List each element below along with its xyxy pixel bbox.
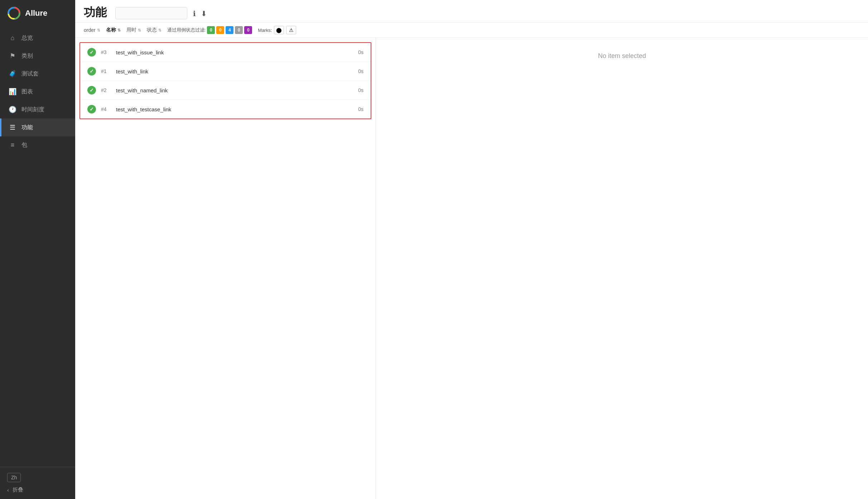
test-name: test_with_link xyxy=(116,68,353,74)
topbar-icons: ℹ ⬇ xyxy=(193,9,207,18)
sort-icon-status: ⇅ xyxy=(158,28,161,33)
sidebar-item-graphs[interactable]: 📊 图表 xyxy=(0,83,75,101)
sort-icon-duration: ⇅ xyxy=(138,28,141,33)
sidebar-item-features[interactable]: ☰ 功能 xyxy=(0,118,75,136)
download-icon[interactable]: ⬇ xyxy=(201,9,207,18)
filters-row: order ⇅ 名称 ⇅ 用时 ⇅ 状态 ⇅ 通过用例状态过滤: 0 0 4 0… xyxy=(75,23,868,38)
status-passed-icon xyxy=(87,48,96,57)
mark-warning-button[interactable]: ⚠ xyxy=(286,26,296,34)
test-duration: 0s xyxy=(358,68,363,74)
home-icon: ⌂ xyxy=(9,34,16,42)
sidebar-item-overview[interactable]: ⌂ 总览 xyxy=(0,29,75,47)
test-item[interactable]: #3 test_with_issue_link 0s xyxy=(80,43,371,62)
status-passed-icon xyxy=(87,86,96,95)
sidebar-item-label: 总览 xyxy=(21,34,33,42)
sidebar-item-label: 类别 xyxy=(21,52,33,60)
test-name: test_with_named_link xyxy=(116,87,353,93)
col-header-order[interactable]: order ⇅ xyxy=(84,26,100,34)
col-order-label: order xyxy=(84,27,96,33)
no-item-selected: No item selected xyxy=(598,52,646,60)
col-header-status[interactable]: 状态 ⇅ xyxy=(147,25,161,35)
test-duration: 0s xyxy=(358,106,363,112)
status-passed-icon xyxy=(87,67,96,76)
col-name-label: 名称 xyxy=(106,27,116,33)
badge-broken[interactable]: 4 xyxy=(226,26,233,34)
search-bar xyxy=(115,7,187,19)
sidebar-item-label: 时间刻度 xyxy=(21,106,44,113)
badge-unknown[interactable]: 0 xyxy=(244,26,252,34)
sidebar-item-label: 测试套 xyxy=(21,70,39,78)
sidebar-item-packages[interactable]: ≡ 包 xyxy=(0,136,75,154)
test-order: #4 xyxy=(101,106,111,112)
status-filter: 通过用例状态过滤: 0 0 4 0 0 xyxy=(167,26,252,34)
test-list: #3 test_with_issue_link 0s #1 test_with_… xyxy=(79,42,371,119)
badge-skipped[interactable]: 0 xyxy=(235,26,243,34)
sort-icon-name: ⇅ xyxy=(117,28,121,33)
badge-failed[interactable]: 0 xyxy=(216,26,224,34)
list-icon: ☰ xyxy=(9,123,16,131)
language-button[interactable]: Zh xyxy=(7,473,21,482)
test-duration: 0s xyxy=(358,87,363,93)
sidebar-bottom: Zh ‹ 折叠 xyxy=(0,467,75,499)
sidebar-item-label: 包 xyxy=(21,141,27,149)
chart-icon: 📊 xyxy=(9,88,16,96)
info-icon[interactable]: ℹ xyxy=(193,9,196,18)
col-status-label: 状态 xyxy=(147,27,157,33)
test-item[interactable]: #4 test_with_testcase_link 0s xyxy=(80,100,371,118)
test-name: test_with_issue_link xyxy=(116,49,353,55)
status-filter-label: 通过用例状态过滤: xyxy=(167,27,206,33)
sidebar-nav: ⌂ 总览 ⚑ 类别 🧳 测试套 📊 图表 🕐 时间刻度 ☰ 功能 ≡ 包 xyxy=(0,26,75,467)
search-input[interactable] xyxy=(115,7,187,19)
test-order: #3 xyxy=(101,49,111,55)
detail-pane: No item selected xyxy=(376,38,868,499)
topbar: 功能 ℹ ⬇ xyxy=(75,0,868,23)
col-header-duration[interactable]: 用时 ⇅ xyxy=(126,25,141,35)
collapse-label: 折叠 xyxy=(13,486,23,493)
test-order: #1 xyxy=(101,68,111,74)
test-list-pane: #3 test_with_issue_link 0s #1 test_with_… xyxy=(75,38,376,499)
sidebar-logo: Allure xyxy=(0,0,75,26)
app-name: Allure xyxy=(25,9,47,18)
sidebar-item-testsuites[interactable]: 🧳 测试套 xyxy=(0,65,75,83)
page-title: 功能 xyxy=(84,6,107,19)
test-name: test_with_testcase_link xyxy=(116,106,353,112)
test-item[interactable]: #2 test_with_named_link 0s xyxy=(80,81,371,100)
topbar-top-row: 功能 ℹ ⬇ xyxy=(84,6,207,22)
test-duration: 0s xyxy=(358,49,363,55)
col-header-name[interactable]: 名称 ⇅ xyxy=(106,25,121,35)
sidebar-item-categories[interactable]: ⚑ 类别 xyxy=(0,47,75,65)
col-duration-label: 用时 xyxy=(126,27,136,33)
marks-label: Marks: xyxy=(258,28,272,33)
allure-logo-icon xyxy=(7,6,21,20)
sort-icon-order: ⇅ xyxy=(97,28,100,33)
flag-icon: ⚑ xyxy=(9,52,16,60)
badge-passed[interactable]: 0 xyxy=(207,26,215,34)
test-order: #2 xyxy=(101,87,111,93)
sidebar-item-timeline[interactable]: 🕐 时间刻度 xyxy=(0,101,75,118)
sidebar-item-label: 图表 xyxy=(21,88,33,96)
chevron-left-icon: ‹ xyxy=(7,487,9,493)
mark-flaky-button[interactable]: ⬤ xyxy=(274,26,284,34)
status-passed-icon xyxy=(87,105,96,113)
main-content: 功能 ℹ ⬇ order ⇅ 名称 ⇅ 用时 ⇅ 状态 xyxy=(75,0,868,499)
sidebar-item-label: 功能 xyxy=(21,124,33,131)
collapse-button[interactable]: ‹ 折叠 xyxy=(7,486,68,493)
test-item[interactable]: #1 test_with_link 0s xyxy=(80,62,371,81)
clock-icon: 🕐 xyxy=(9,106,16,113)
sidebar: Allure ⌂ 总览 ⚑ 类别 🧳 测试套 📊 图表 🕐 时间刻度 ☰ 功能 … xyxy=(0,0,75,499)
content-split: #3 test_with_issue_link 0s #1 test_with_… xyxy=(75,38,868,499)
marks-section: Marks: ⬤ ⚠ xyxy=(258,26,296,34)
briefcase-icon: 🧳 xyxy=(9,70,16,78)
topbar-left: 功能 ℹ ⬇ xyxy=(84,6,207,22)
package-icon: ≡ xyxy=(9,141,16,149)
